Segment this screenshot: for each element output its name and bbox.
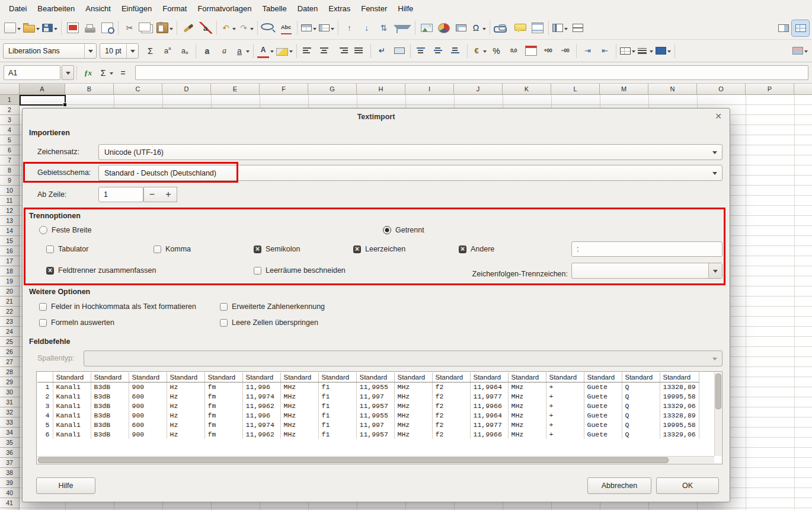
column-header-A[interactable]: A xyxy=(20,83,65,94)
preview-cell[interactable]: B3dB xyxy=(91,401,129,410)
preview-cell[interactable]: f2 xyxy=(432,382,470,391)
select-all-corner[interactable] xyxy=(0,83,20,95)
insert-column-icon[interactable] xyxy=(318,20,335,36)
checkbox-tabulator[interactable]: Tabulator xyxy=(46,245,88,253)
checkbox-formeln-auswerten[interactable]: Formeln auswerten xyxy=(39,318,114,327)
preview-cell[interactable]: Q xyxy=(622,420,660,429)
sum-icon[interactable]: Σ xyxy=(142,43,159,59)
preview-cell[interactable]: 11,9962 xyxy=(242,401,280,410)
row-header-15[interactable]: 15 xyxy=(0,236,19,246)
column-header-N[interactable]: N xyxy=(648,83,697,94)
date-format-icon[interactable] xyxy=(522,43,539,59)
preview-cell[interactable]: MHz xyxy=(508,401,546,410)
preview-cell[interactable]: Hz xyxy=(167,410,204,420)
preview-cell[interactable]: 11,9964 xyxy=(470,382,508,391)
align-top-icon[interactable] xyxy=(413,43,430,59)
align-center-icon[interactable] xyxy=(317,43,334,59)
column-header-F[interactable]: F xyxy=(260,83,308,94)
preview-cell[interactable]: MHz xyxy=(280,382,318,391)
copy-icon[interactable] xyxy=(138,20,155,36)
radio-getrennt[interactable]: Getrennt xyxy=(383,226,424,234)
preview-cell[interactable]: B3dB xyxy=(91,391,129,401)
preview-cell[interactable]: 11,9955 xyxy=(356,410,394,420)
preview-column-header[interactable]: Standard xyxy=(394,372,432,382)
preview-cell[interactable]: f1 xyxy=(318,420,356,429)
function-wizard-icon[interactable]: ƒx xyxy=(79,65,97,81)
dropdown-arrow-icon[interactable] xyxy=(804,50,808,55)
preview-cell[interactable]: + xyxy=(546,420,584,429)
align-bottom-icon[interactable] xyxy=(447,43,465,59)
preview-cell[interactable]: B3dB xyxy=(91,420,129,429)
dropdown-arrow-icon[interactable] xyxy=(667,50,671,55)
checkbox-komma[interactable]: Komma xyxy=(154,245,191,253)
row-header-25[interactable]: 25 xyxy=(0,337,19,347)
row-header-28[interactable]: 28 xyxy=(0,367,19,377)
preview-cell[interactable]: 900 xyxy=(129,429,167,439)
row-header-32[interactable]: 32 xyxy=(0,407,19,417)
preview-column-header[interactable]: Standard xyxy=(508,372,546,382)
dropdown-arrow-icon[interactable] xyxy=(331,28,334,32)
dropdown-arrow-icon[interactable] xyxy=(250,28,254,32)
preview-cell[interactable]: + xyxy=(546,401,584,410)
row-header-40[interactable]: 40 xyxy=(0,488,19,498)
preview-cell[interactable]: fm xyxy=(204,429,242,439)
sort-icon[interactable]: ⇅ xyxy=(375,20,392,36)
preview-cell[interactable]: Kanal1 xyxy=(53,391,91,401)
clone-formatting-icon[interactable] xyxy=(180,20,197,36)
preview-cell[interactable]: 19995,58 xyxy=(660,420,699,429)
subscript-icon[interactable]: a xyxy=(176,43,193,59)
row-header-37[interactable]: 37 xyxy=(0,458,19,468)
row-header-7[interactable]: 7 xyxy=(0,155,19,165)
delete-decimal-icon[interactable]: −00 xyxy=(557,43,574,59)
decrease-indent-icon[interactable]: ⇤ xyxy=(596,43,613,59)
preview-cell[interactable]: Kanal1 xyxy=(53,420,91,429)
preview-cell[interactable]: fm xyxy=(204,410,242,420)
border-color-icon[interactable] xyxy=(654,43,672,59)
preview-cell[interactable]: 11,9977 xyxy=(470,391,508,401)
preview-cell[interactable]: f1 xyxy=(318,429,356,439)
row-header-9[interactable]: 9 xyxy=(0,176,19,186)
export-pdf-icon[interactable] xyxy=(64,20,81,36)
row-header-26[interactable]: 26 xyxy=(0,347,19,357)
dropdown-arrow-icon[interactable] xyxy=(17,28,21,32)
spelling-icon[interactable]: Abc xyxy=(277,20,295,36)
formula-input[interactable] xyxy=(135,65,808,80)
preview-column-header[interactable]: Standard xyxy=(129,372,167,382)
insert-chart-icon[interactable] xyxy=(435,20,452,36)
row-header-21[interactable]: 21 xyxy=(0,297,19,307)
column-header-C[interactable]: C xyxy=(114,83,162,94)
preview-cell[interactable]: Hz xyxy=(167,382,204,391)
font-name-dropdown[interactable] xyxy=(84,44,96,58)
preview-cell[interactable]: 11,9955 xyxy=(356,382,394,391)
preview-cell[interactable]: MHz xyxy=(394,410,432,420)
preview-cell[interactable]: 11,9957 xyxy=(356,401,394,410)
menu-tabelle[interactable]: Tabelle xyxy=(257,1,292,16)
column-header-M[interactable]: M xyxy=(600,83,648,94)
row-header-30[interactable]: 30 xyxy=(0,387,19,397)
row-header-34[interactable]: 34 xyxy=(0,428,19,438)
preview-cell[interactable]: 11,9966 xyxy=(470,401,508,410)
center-vertically-icon[interactable] xyxy=(430,43,447,59)
preview-cell[interactable]: MHz xyxy=(508,382,546,391)
new-document-icon[interactable] xyxy=(3,20,22,36)
preview-cell[interactable]: + xyxy=(546,410,584,420)
string-delimiter-dropdown[interactable] xyxy=(708,263,722,278)
preview-cell[interactable]: Q xyxy=(622,391,660,401)
highlight-color-icon[interactable] xyxy=(275,43,294,59)
preview-cell[interactable]: 11,996 xyxy=(242,410,280,420)
formula-icon[interactable]: = xyxy=(114,65,132,81)
print-preview-icon[interactable] xyxy=(98,20,116,36)
preview-cell[interactable]: Guete xyxy=(584,429,622,439)
preview-cell[interactable]: 900 xyxy=(129,401,167,410)
menu-formatvorlagen[interactable]: Formatvorlagen xyxy=(192,1,257,16)
preview-cell[interactable]: 11,9966 xyxy=(470,429,508,439)
scrollbar-thumb[interactable] xyxy=(715,374,721,409)
row-header-19[interactable]: 19 xyxy=(0,276,19,286)
border-style-icon[interactable] xyxy=(637,43,654,59)
column-header-J[interactable]: J xyxy=(454,83,503,94)
preview-cell[interactable]: Kanal1 xyxy=(53,410,91,420)
preview-cell[interactable]: MHz xyxy=(394,391,432,401)
underline-icon[interactable]: a xyxy=(233,43,251,59)
row-header-20[interactable]: 20 xyxy=(0,286,19,297)
preview-column-header[interactable]: Standard xyxy=(53,372,91,382)
